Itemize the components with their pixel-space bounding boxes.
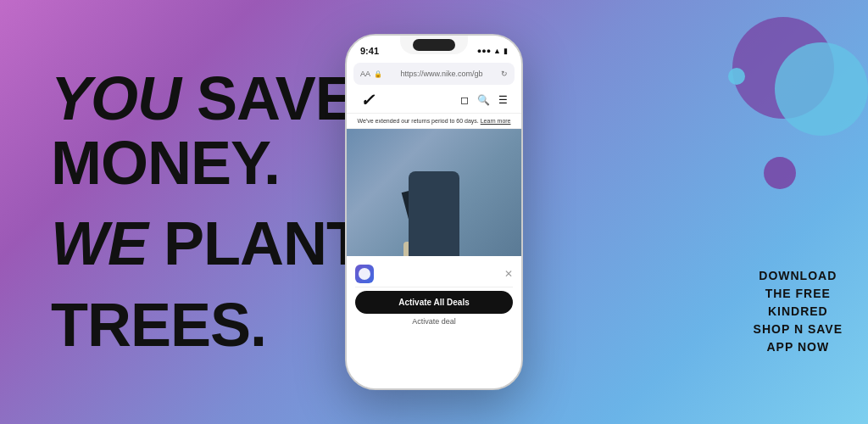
search-icon[interactable]: 🔍 [477, 94, 490, 106]
phone-notch [400, 36, 468, 54]
phone-mockup: 9:41 ●●● ▲ ▮ AA 🔒 https://www.nike.com/g… [345, 34, 523, 390]
headline-save: SAVE [181, 64, 355, 132]
phone-frame: 9:41 ●●● ▲ ▮ AA 🔒 https://www.nike.com/g… [345, 34, 523, 390]
hero-image [347, 129, 521, 256]
nav-icons: ◻ 🔍 ☰ [460, 94, 508, 106]
bag-icon[interactable]: ◻ [460, 94, 469, 106]
extension-icon [355, 265, 374, 283]
promo-banner: We've extended our returns period to 60 … [347, 114, 521, 129]
headline-line2: MONEY. [51, 131, 363, 195]
phone-address-bar[interactable]: AA 🔒 https://www.nike.com/gb ↻ [353, 63, 515, 85]
notch-inner [413, 39, 455, 51]
aa-text: AA [360, 70, 370, 78]
cta-line1: DOWNLOAD [754, 267, 843, 285]
refresh-icon[interactable]: ↻ [501, 70, 508, 78]
activate-all-deals-button[interactable]: Activate All Deals [355, 291, 513, 314]
lock-icon: 🔒 [374, 70, 382, 78]
phone-nav-bar: ✓ ◻ 🔍 ☰ [347, 86, 521, 114]
close-extension-icon[interactable]: ✕ [504, 268, 513, 280]
signal-icon: ●●● [477, 47, 491, 55]
status-time: 9:41 [360, 46, 379, 56]
headline-you: YOU [51, 64, 181, 132]
battery-icon: ▮ [504, 47, 508, 55]
menu-icon[interactable]: ☰ [498, 94, 508, 106]
wifi-icon: ▲ [493, 47, 501, 55]
headline-we: WE [51, 209, 147, 277]
circle-small-bottom [764, 157, 796, 189]
right-cta-text: DOWNLOAD THE FREE KINDRED SHOP N SAVE AP… [754, 267, 843, 356]
phone-screen: 9:41 ●●● ▲ ▮ AA 🔒 https://www.nike.com/g… [347, 36, 521, 388]
headline-line3: WE PLANT [51, 212, 363, 276]
banner-message: We've extended our returns period to 60 … [358, 118, 479, 124]
cta-line2: THE FREE [754, 285, 843, 303]
status-icons: ●●● ▲ ▮ [477, 47, 508, 55]
right-section: DOWNLOAD THE FREE KINDRED SHOP N SAVE AP… [631, 0, 868, 424]
extension-bar: ✕ [355, 261, 513, 287]
cta-line5: APP NOW [754, 338, 843, 356]
nike-logo: ✓ [360, 90, 375, 110]
cta-line3: KINDRED [754, 303, 843, 321]
app-container: YOU SAVE MONEY. WE PLANT TREES. 9:41 ●●●… [0, 0, 868, 424]
phone-bottom-panel: ✕ Activate All Deals Activate deal [347, 256, 521, 331]
left-headline-section: YOU SAVE MONEY. WE PLANT TREES. [51, 67, 363, 357]
figure-body [409, 171, 459, 256]
learn-more-link[interactable]: Learn more [481, 118, 511, 124]
circle-medium [775, 42, 868, 136]
activate-deal-label[interactable]: Activate deal [355, 317, 513, 326]
url-text: https://www.nike.com/gb [386, 70, 498, 78]
headline-line4: TREES. [51, 293, 363, 358]
circle-small-top [728, 68, 745, 85]
cta-line4: SHOP N SAVE [754, 321, 843, 338]
headline-plant: PLANT [147, 209, 363, 277]
extension-icon-inner [359, 268, 370, 280]
headline-line1: YOU SAVE [51, 67, 363, 131]
shoe-figure [383, 137, 485, 256]
